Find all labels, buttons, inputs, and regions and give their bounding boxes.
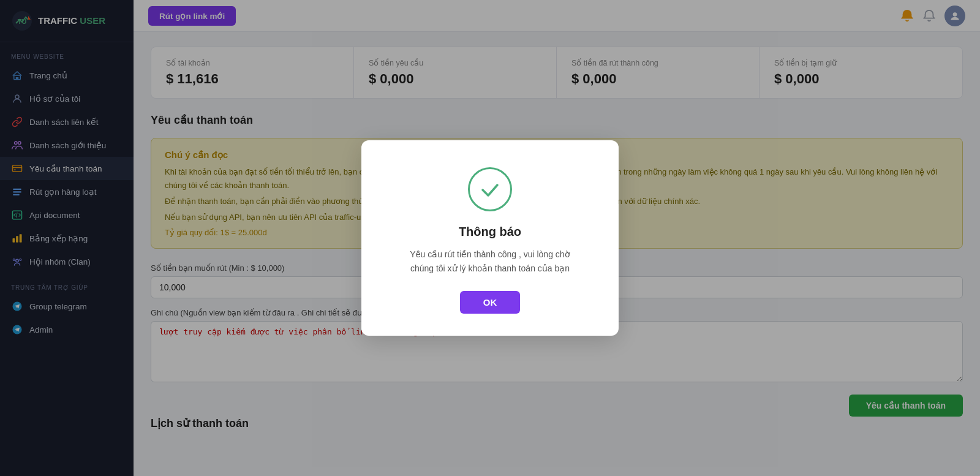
modal: Thông báo Yêu cầu rút tiền thành công , … [361, 140, 619, 336]
check-icon [478, 178, 502, 201]
modal-success-icon [468, 167, 512, 211]
modal-overlay[interactable]: Thông báo Yêu cầu rút tiền thành công , … [0, 0, 980, 476]
modal-message: Yêu cầu rút tiền thành công , vui lòng c… [410, 247, 570, 275]
modal-title: Thông báo [459, 225, 521, 239]
modal-ok-button[interactable]: OK [460, 291, 521, 314]
